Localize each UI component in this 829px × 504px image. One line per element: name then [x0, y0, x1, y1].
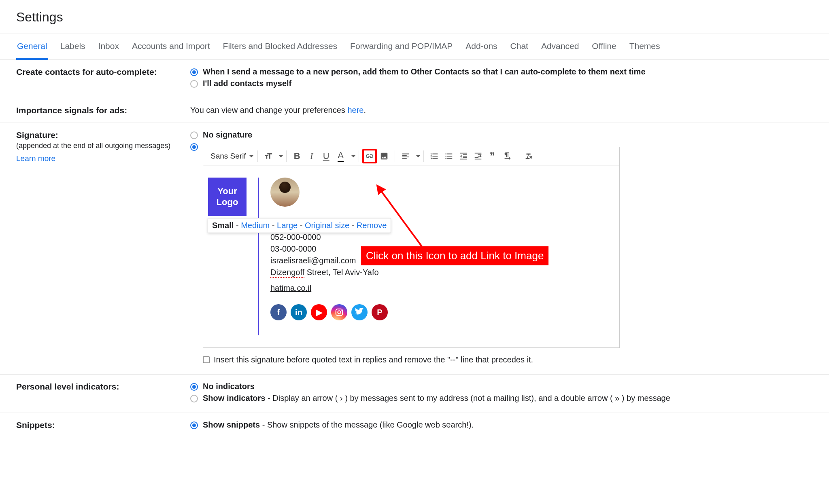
- editor-toolbar: Sans Serif: [203, 147, 619, 165]
- label-snippets: Snippets:: [16, 420, 55, 430]
- radio-use-signature[interactable]: [190, 143, 198, 151]
- pinterest-icon[interactable]: P: [372, 304, 388, 320]
- tab-filters[interactable]: Filters and Blocked Addresses: [222, 34, 338, 59]
- chevron-down-icon: [416, 155, 420, 157]
- svg-rect-0: [336, 309, 343, 316]
- show-snippets-bold: Show snippets: [203, 420, 260, 429]
- social-icons: f in ▶ P: [270, 304, 619, 320]
- facebook-icon[interactable]: f: [270, 304, 287, 320]
- tab-general[interactable]: General: [16, 34, 48, 60]
- radio-auto-contacts[interactable]: [190, 68, 198, 76]
- row-personal-indicators: Personal level indicators: No indicators…: [0, 375, 829, 413]
- numbered-list-button[interactable]: [427, 149, 442, 163]
- radio-auto-contacts-label: When I send a message to a new person, a…: [203, 67, 646, 76]
- tab-labels[interactable]: Labels: [60, 34, 86, 59]
- indent-less-button[interactable]: [456, 149, 471, 163]
- indent-more-button[interactable]: [471, 149, 485, 163]
- radio-manual-contacts-label: I'll add contacts myself: [203, 79, 291, 88]
- text-direction-button[interactable]: [500, 149, 514, 163]
- radio-no-indicators-label: No indicators: [203, 382, 255, 391]
- size-original[interactable]: Original size: [305, 221, 349, 230]
- signature-phone1: 052-000-0000: [270, 233, 619, 242]
- radio-no-indicators[interactable]: [190, 383, 198, 391]
- size-small[interactable]: Small: [212, 221, 234, 230]
- ads-text-post: .: [363, 106, 366, 114]
- ads-text: You can view and change your preferences…: [190, 106, 366, 114]
- tab-themes[interactable]: Themes: [629, 34, 661, 59]
- tab-chat[interactable]: Chat: [510, 34, 529, 59]
- label-signature: Signature:: [16, 130, 58, 140]
- insert-image-button[interactable]: [377, 149, 391, 163]
- signature-address: Dizengoff Street, Tel Aviv-Yafo: [270, 268, 619, 277]
- radio-show-indicators[interactable]: [190, 395, 198, 402]
- signature-editor: Sans Serif: [203, 147, 620, 348]
- svg-point-1: [338, 311, 340, 313]
- tab-forwarding[interactable]: Forwarding and POP/IMAP: [349, 34, 453, 59]
- vertical-divider: [258, 178, 259, 335]
- label-signature-sub: (appended at the end of all outgoing mes…: [16, 142, 190, 150]
- show-snippets-rest: - Show snippets of the message (like Goo…: [260, 420, 474, 429]
- size-large[interactable]: Large: [277, 221, 298, 230]
- radio-show-indicators-label: Show indicators - Display an arrow ( › )…: [203, 394, 670, 403]
- tab-addons[interactable]: Add-ons: [465, 34, 498, 59]
- quote-button[interactable]: ❞: [485, 149, 500, 163]
- font-size-button[interactable]: [261, 149, 276, 163]
- youtube-icon[interactable]: ▶: [311, 304, 327, 320]
- signature-body[interactable]: Your Logo Israel Israeli 052-000-0000 03…: [203, 165, 619, 347]
- row-signature: Signature: (appended at the end of all o…: [0, 123, 829, 375]
- bold-button[interactable]: B: [290, 149, 304, 163]
- page-title: Settings: [0, 0, 829, 34]
- italic-button[interactable]: I: [304, 149, 319, 163]
- radio-show-snippets[interactable]: [190, 421, 198, 429]
- radio-no-signature[interactable]: [190, 131, 198, 139]
- svg-point-2: [341, 310, 342, 311]
- twitter-icon[interactable]: [351, 304, 368, 320]
- row-importance-ads: Importance signals for ads: You can view…: [0, 98, 829, 123]
- label-personal-indicators: Personal level indicators:: [16, 382, 119, 391]
- size-remove[interactable]: Remove: [357, 221, 387, 230]
- insert-before-quote-label: Insert this signature before quoted text…: [214, 355, 533, 364]
- addr-rest: Street, Tel Aviv-Yafo: [304, 268, 378, 277]
- radio-show-snippets-label: Show snippets - Show snippets of the mes…: [203, 420, 474, 430]
- radio-manual-contacts[interactable]: [190, 80, 198, 88]
- addr-street: Dizengoff: [270, 268, 304, 278]
- signature-learn-more-link[interactable]: Learn more: [16, 154, 55, 163]
- align-button[interactable]: [398, 149, 413, 163]
- chevron-down-icon: [279, 155, 283, 157]
- remove-formatting-button[interactable]: [521, 149, 536, 163]
- size-medium[interactable]: Medium: [241, 221, 270, 230]
- show-indicators-bold: Show indicators: [203, 394, 265, 402]
- ads-here-link[interactable]: here: [347, 106, 363, 114]
- logo-placeholder[interactable]: Your Logo: [208, 178, 247, 216]
- bulleted-list-button[interactable]: [442, 149, 456, 163]
- text-color-button[interactable]: A: [334, 149, 348, 163]
- row-create-contacts: Create contacts for auto-complete: When …: [0, 60, 829, 98]
- tab-offline[interactable]: Offline: [591, 34, 617, 59]
- label-importance-ads: Importance signals for ads:: [16, 106, 127, 115]
- chevron-down-icon: [351, 155, 355, 157]
- font-selector[interactable]: Sans Serif: [207, 150, 257, 162]
- ads-text-pre: You can view and change your preferences: [190, 106, 347, 114]
- label-create-contacts: Create contacts for auto-complete:: [16, 67, 157, 76]
- insert-link-button[interactable]: [362, 149, 377, 163]
- settings-tabs: General Labels Inbox Accounts and Import…: [0, 34, 829, 60]
- image-size-popup: Small - Medium - Large - Original size -…: [208, 218, 391, 233]
- linkedin-icon[interactable]: in: [291, 304, 307, 320]
- annotation-label: Click on this Icon to add Link to Image: [361, 246, 548, 265]
- instagram-icon[interactable]: [331, 304, 347, 320]
- font-name: Sans Serif: [210, 152, 246, 161]
- avatar[interactable]: [270, 178, 300, 207]
- row-snippets: Snippets: Show snippets - Show snippets …: [0, 413, 829, 439]
- tab-accounts[interactable]: Accounts and Import: [131, 34, 211, 59]
- tab-advanced[interactable]: Advanced: [540, 34, 580, 59]
- radio-no-signature-label: No signature: [203, 130, 252, 140]
- signature-website[interactable]: hatima.co.il: [270, 284, 311, 292]
- insert-before-quote-checkbox[interactable]: [203, 356, 210, 363]
- chevron-down-icon: [249, 155, 253, 157]
- tab-inbox[interactable]: Inbox: [98, 34, 120, 59]
- show-indicators-rest: - Display an arrow ( › ) by messages sen…: [265, 394, 670, 402]
- underline-button[interactable]: U: [319, 149, 334, 163]
